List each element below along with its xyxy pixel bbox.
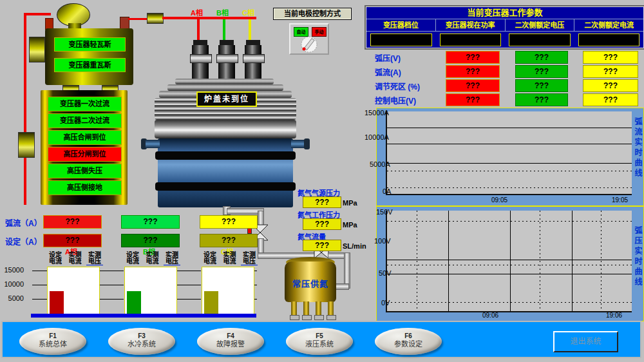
nav-label: 液压系统: [286, 340, 353, 348]
nav-label: 系统总体: [19, 340, 86, 348]
n2-flow-unit: SL/min: [343, 242, 366, 250]
transformer-gas-indicator: 变压器重瓦斯: [54, 58, 126, 72]
arc-voltage-c: ???: [583, 51, 638, 64]
bar-column-headers: 设定电流 实测电流 实测电压: [202, 252, 258, 265]
trend-plot-area: [386, 111, 632, 195]
param-value: [578, 33, 640, 46]
x-tick: 09:06: [482, 312, 498, 319]
arc-current-trend-chart: 弧流实时曲线 09:05 19:05: [376, 108, 644, 206]
y-tick: 10000A: [365, 133, 389, 141]
scale-tick: [32, 285, 47, 285]
deadband-b: ???: [515, 79, 568, 92]
arc-current-phase-c: ???: [200, 215, 258, 229]
breaker-box: [147, 13, 164, 24]
electrode-control-title: 当前电极控制方式: [273, 8, 352, 20]
transformer-gas-indicator: 变压器轻瓦斯: [54, 37, 126, 52]
y-tick: 50V: [379, 269, 392, 277]
tank-leg: [303, 301, 309, 316]
n2-flow-value: ???: [303, 240, 341, 251]
bar-column-headers: 设定电流 实测电流 实测电压: [124, 252, 180, 265]
arc-current-phase-b: ???: [121, 215, 180, 229]
scale-tick: [176, 271, 201, 271]
electrode-control-panel: 自动 手动: [289, 23, 329, 55]
hv-line: [128, 18, 147, 20]
nav-f5-hydraulic-system[interactable]: F5 液压系统: [286, 328, 353, 355]
tank-leg: [328, 301, 334, 316]
furnace-band: [155, 182, 296, 191]
nav-f1-system-overview[interactable]: F1 系统总体: [19, 328, 86, 355]
tank-foot: [314, 315, 324, 320]
nozzle-cap: [304, 138, 310, 149]
alarm-indicator: 高压合闸到位: [48, 130, 122, 145]
alarm-indicator: 高压侧接地: [48, 180, 122, 195]
bar-column-headers: 设定电流 实测电流 实测电压: [47, 252, 103, 265]
params-table-values: [366, 32, 643, 48]
nav-f4-fault-alarm[interactable]: F4 故障报警: [197, 328, 264, 355]
setpoint-phase-c: ???: [200, 234, 258, 247]
furnace-band: [155, 151, 296, 160]
scale-tick: [32, 299, 47, 300]
bar-col-header: 实测电流: [66, 252, 83, 265]
arc-current-phase-a: ???: [43, 215, 102, 229]
nav-key: F1: [19, 332, 86, 340]
control-voltage-label: 控制电压(V): [375, 95, 416, 106]
bar-panel-a: [47, 267, 100, 316]
feeder-line: [24, 13, 26, 205]
y-tick: 100V: [374, 237, 391, 245]
param-value: [370, 33, 432, 46]
deadband-label: 调节死区 (%): [375, 81, 420, 91]
arc-current-b: ???: [515, 65, 568, 78]
mode-selector-knob[interactable]: [299, 35, 319, 56]
tank-leg: [291, 301, 297, 316]
feeder-line: [24, 13, 51, 15]
nav-label: 水冷系统: [108, 340, 175, 348]
setpoint-phase-b: ???: [121, 234, 180, 247]
bar-col-header: 实测电压: [241, 252, 258, 265]
trend-plot-area: [386, 211, 632, 312]
nav-label: 参数设定: [375, 340, 442, 348]
tank-leg: [316, 301, 321, 316]
phase-bus: [162, 17, 256, 19]
phase-a-label: A相: [191, 7, 203, 17]
lid-status-label: 炉盖未到位: [196, 91, 257, 107]
alarm-indicator: 变压器二次过流: [48, 113, 122, 128]
bar-col-header: 实测电流: [221, 252, 238, 265]
exit-system-button[interactable]: 退出系统: [553, 331, 618, 352]
nav-f6-parameter-setting[interactable]: F6 参数设定: [375, 328, 442, 355]
bar-scale-15000: 15000: [2, 266, 24, 274]
setpoint-row-label: 设定（A）: [5, 236, 42, 247]
control-voltage-c: ???: [583, 93, 638, 106]
nav-label: 故障报警: [197, 340, 264, 348]
n2-source-pressure-value: ???: [303, 196, 341, 208]
furnace-nozzle-left: [146, 140, 160, 148]
hmi-screen: 变压器轻瓦斯 变压器重瓦斯 变压器一次过流 变压器二次过流 高压合闸到位 高压分…: [0, 0, 644, 362]
arc-voltage-b: ???: [515, 51, 568, 64]
furnace-lid-ring: [155, 120, 296, 138]
nav-key: F4: [197, 332, 264, 340]
nav-f3-water-cooling[interactable]: F3 水冷系统: [108, 328, 175, 355]
deadband-c: ???: [583, 79, 638, 92]
furnace-lid-band: [167, 84, 283, 91]
scale-tick: [32, 271, 47, 271]
bar-panel-c: [202, 267, 254, 316]
col-header: 二次侧额定电压: [506, 19, 575, 31]
deadband-a: ???: [446, 79, 500, 92]
control-voltage-b: ???: [515, 93, 568, 106]
y-tick: 0V: [381, 299, 390, 307]
isolator-box: [18, 132, 35, 158]
bar-col-header: 设定电流: [202, 252, 218, 265]
scale-tick: [176, 285, 201, 285]
col-header: 变压器视在功率: [436, 19, 506, 31]
nav-key: F5: [286, 332, 353, 340]
arc-current-a: ???: [446, 65, 500, 78]
arc-voltage-trend-title: 弧压实时曲线: [632, 226, 643, 310]
radiator-tank: [29, 37, 45, 62]
phase-bar: [50, 291, 64, 314]
electrode-collar: [243, 54, 265, 63]
arc-current-label: 弧流(A): [375, 66, 401, 77]
y-tick: 5000A: [370, 160, 390, 168]
furnace-lid-band: [175, 79, 274, 84]
bar-scale-5000: 5000: [2, 294, 24, 302]
scale-tick: [99, 285, 124, 285]
n2-working-pressure-unit: MPa: [343, 221, 357, 229]
